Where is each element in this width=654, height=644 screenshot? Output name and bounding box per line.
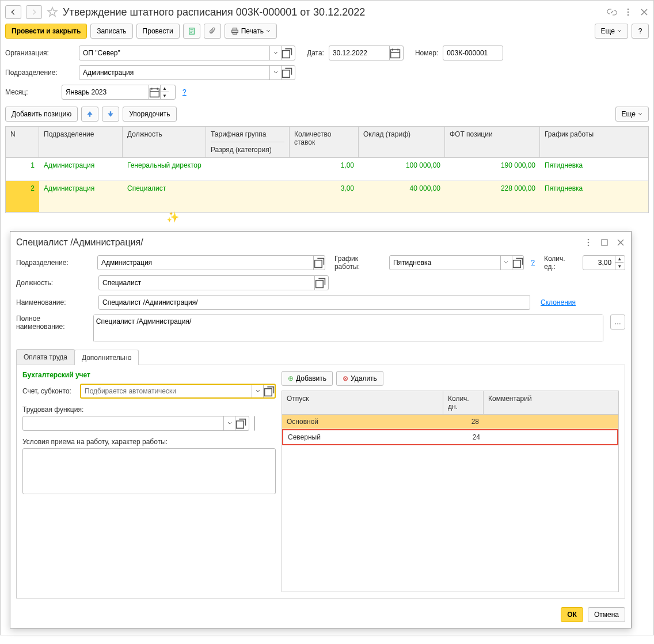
number-field[interactable]: [443, 46, 503, 60]
month-input[interactable]: [62, 85, 149, 99]
back-button[interactable]: [5, 5, 21, 19]
position-label: Должность:: [16, 279, 94, 287]
th-dept[interactable]: Подразделение: [39, 127, 123, 157]
declension-link[interactable]: Склонения: [541, 298, 576, 306]
close-icon[interactable]: [616, 238, 625, 247]
favorite-icon[interactable]: [47, 6, 58, 18]
account-field[interactable]: [80, 384, 276, 399]
dept-input[interactable]: [79, 66, 269, 79]
org-label: Организация:: [5, 49, 74, 57]
accounting-title: Бухгалтерский учет: [22, 371, 276, 381]
move-down-button[interactable]: [102, 107, 119, 122]
more-button[interactable]: Еще: [595, 24, 628, 39]
open-ref-icon[interactable]: [254, 416, 255, 431]
name-label: Наименование:: [16, 298, 94, 306]
table-row[interactable]: 1 Администрация Генеральный директор 1,0…: [6, 158, 648, 181]
tab-additional[interactable]: Дополнительно: [74, 350, 139, 365]
svg-rect-6: [233, 32, 237, 35]
month-field[interactable]: ▲▼: [62, 85, 176, 100]
open-ref-icon[interactable]: [314, 276, 326, 290]
svg-rect-16: [514, 260, 521, 267]
dropdown-icon[interactable]: [500, 256, 512, 270]
th-qty[interactable]: Количество ставок: [290, 127, 359, 157]
report-icon-button[interactable]: [183, 24, 200, 39]
fullname-expand-button[interactable]: …: [610, 315, 625, 329]
open-ref-icon[interactable]: [512, 256, 523, 270]
link-icon[interactable]: [607, 7, 617, 17]
maximize-icon[interactable]: [600, 238, 609, 247]
help-button[interactable]: ?: [632, 24, 649, 39]
vt-th-type[interactable]: Отпуск: [282, 391, 443, 414]
main-toolbar: Провести и закрыть Записать Провести Печ…: [5, 24, 649, 43]
inner-dept-field[interactable]: [97, 255, 325, 270]
vacation-table: Отпуск Колич. дн. Комментарий Основной 2…: [282, 391, 619, 592]
number-label: Номер:: [415, 49, 438, 57]
qty-field[interactable]: ▲▼: [583, 255, 625, 270]
vacation-row[interactable]: Северный 24: [282, 429, 618, 445]
svg-point-2: [628, 14, 629, 16]
help-link[interactable]: ?: [531, 259, 535, 267]
post-and-close-button[interactable]: Провести и закрыть: [5, 24, 87, 39]
th-schedule[interactable]: График работы: [540, 127, 618, 157]
svg-point-1: [628, 12, 629, 13]
sort-button[interactable]: Упорядочить: [123, 107, 176, 122]
month-label: Месяц:: [5, 88, 57, 96]
cancel-button[interactable]: Отмена: [588, 607, 625, 622]
date-input[interactable]: [329, 46, 389, 60]
positions-table: N Подразделение Должность Тарифная групп…: [5, 126, 649, 213]
org-input[interactable]: [79, 46, 269, 60]
open-ref-icon[interactable]: [313, 256, 325, 270]
forward-button[interactable]: [26, 5, 42, 19]
close-icon[interactable]: [640, 7, 649, 17]
labor-func-field[interactable]: [22, 416, 249, 431]
fullname-field[interactable]: Специалист /Администрация/: [93, 315, 603, 342]
tab-content: Бухгалтерский учет Счет, субконто: Трудо…: [16, 365, 625, 598]
menu-dots-icon[interactable]: [623, 7, 633, 17]
dept-field[interactable]: [79, 65, 295, 80]
conditions-textarea[interactable]: [22, 448, 276, 494]
qty-spinner[interactable]: ▲▼: [615, 256, 623, 270]
th-n[interactable]: N: [6, 127, 39, 157]
open-ref-icon[interactable]: [235, 416, 246, 430]
calendar-icon[interactable]: [149, 85, 160, 99]
attachment-icon-button[interactable]: [204, 24, 221, 39]
help-link[interactable]: ?: [182, 88, 187, 96]
open-ref-icon[interactable]: [281, 46, 292, 60]
org-field[interactable]: [79, 46, 295, 60]
save-button[interactable]: Записать: [90, 24, 132, 39]
th-tariff[interactable]: Тарифная группа Разряд (категория): [206, 127, 290, 157]
th-position[interactable]: Должность: [123, 127, 206, 157]
open-ref-icon[interactable]: [281, 66, 292, 79]
menu-dots-icon[interactable]: [584, 238, 593, 247]
open-ref-icon[interactable]: [263, 385, 275, 397]
svg-rect-10: [150, 89, 159, 97]
name-field[interactable]: [98, 295, 530, 310]
table-row[interactable]: 2 Администрация Специалист 3,00 40 000,0…: [6, 181, 648, 213]
th-fot[interactable]: ФОТ позиции: [445, 127, 540, 157]
month-spinner[interactable]: ▲▼: [160, 85, 169, 99]
date-label: Дата:: [307, 49, 324, 57]
post-button[interactable]: Провести: [136, 24, 180, 39]
position-detail-window: Специалист /Администрация/ Подразделение…: [10, 231, 632, 628]
dropdown-icon[interactable]: [269, 46, 281, 60]
schedule-field[interactable]: [389, 255, 524, 270]
vt-th-comment[interactable]: Комментарий: [484, 391, 618, 414]
add-position-button[interactable]: Добавить позицию: [5, 107, 78, 122]
number-input[interactable]: [443, 46, 501, 60]
dropdown-icon[interactable]: [252, 385, 263, 397]
date-field[interactable]: [329, 46, 404, 60]
positions-more-button[interactable]: Еще: [615, 107, 649, 122]
delete-vacation-button[interactable]: ⊗Удалить: [336, 371, 383, 386]
tab-pay[interactable]: Оплата труда: [16, 349, 75, 365]
calendar-icon[interactable]: [389, 46, 401, 60]
th-salary[interactable]: Оклад (тариф): [359, 127, 445, 157]
vacation-row[interactable]: Основной 28: [282, 415, 618, 429]
ok-button[interactable]: ОК: [561, 607, 583, 622]
dropdown-icon[interactable]: [223, 416, 235, 430]
move-up-button[interactable]: [81, 107, 98, 122]
add-vacation-button[interactable]: ⊕Добавить: [282, 371, 333, 386]
vt-th-days[interactable]: Колич. дн.: [443, 391, 484, 414]
print-button[interactable]: Печать: [225, 24, 277, 39]
position-field[interactable]: [98, 275, 329, 290]
dropdown-icon[interactable]: [269, 66, 281, 79]
